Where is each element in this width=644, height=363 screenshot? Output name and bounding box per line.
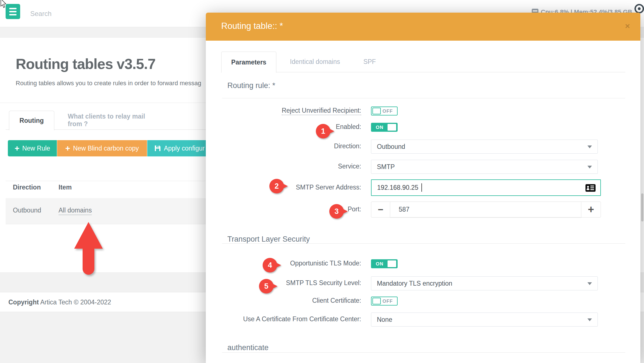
direction-label: Direction: — [223, 142, 361, 150]
search-input[interactable] — [30, 8, 143, 20]
annotation-arrow — [74, 222, 103, 275]
column-header-direction: Direction — [13, 184, 41, 191]
service-label: Service: — [223, 163, 361, 170]
new-rule-button[interactable]: + New Rule — [8, 140, 57, 156]
reject-unverified-label: Reject Unverified Recipient: — [223, 107, 361, 114]
toggle-knob — [387, 124, 396, 131]
table-row[interactable]: Outbound All domains — [6, 198, 206, 224]
cell-direction: Outbound — [13, 207, 41, 214]
text-cursor — [421, 183, 422, 192]
tab-identical-domains[interactable]: Identical domains — [287, 52, 343, 72]
modal-title: Routing table:: * — [221, 21, 283, 31]
smtp-server-input[interactable]: 192.168.90.25 — [371, 179, 601, 196]
opportunistic-tls-label: Opportunistic TLS Mode: — [223, 260, 361, 267]
section-divider — [222, 243, 625, 244]
close-icon[interactable]: × — [622, 21, 633, 31]
routing-table-modal: Routing table:: * × Parameters Identical… — [206, 13, 640, 363]
apply-configuration-button[interactable]: Apply configur — [147, 140, 212, 156]
tab-parameters[interactable]: Parameters — [221, 52, 276, 73]
address-card-icon[interactable] — [585, 184, 596, 192]
port-input[interactable]: 587 — [390, 202, 581, 217]
direction-select[interactable]: Outbound — [371, 140, 598, 154]
annotation-marker-4: 4 — [263, 258, 277, 272]
copyright-text: Copyright Artica Tech © 2004-2022 — [8, 299, 111, 306]
tls-level-select[interactable]: Mandatory TLS encryption — [371, 276, 598, 290]
chevron-down-icon — [587, 166, 592, 168]
chevron-down-icon — [587, 318, 592, 321]
enabled-label: Enabled: — [223, 123, 361, 131]
tab-spf[interactable]: SPF — [354, 52, 385, 72]
toggle-knob — [372, 298, 381, 304]
annotation-marker-5: 5 — [259, 279, 274, 293]
toggle-knob — [372, 108, 381, 114]
divider — [0, 103, 206, 103]
cert-center-label: Use A Certificate From Certificate Cente… — [223, 315, 361, 323]
smtp-server-label: SMTP Server Address: — [223, 184, 361, 191]
hamburger-icon — [9, 8, 17, 9]
annotation-marker-1: 1 — [316, 124, 330, 138]
section-tls: Transport Layer Security — [227, 235, 310, 244]
eye-icon[interactable] — [634, 4, 644, 13]
mouse-pointer-icon — [0, 0, 7, 8]
modal-tabs-divider — [221, 72, 625, 72]
reject-unverified-toggle[interactable]: OFF — [371, 107, 398, 115]
service-select[interactable]: SMTP — [371, 160, 598, 174]
section-divider — [222, 352, 625, 353]
tls-level-label: SMTP TLS Security Level: — [223, 279, 361, 287]
plus-icon: + — [15, 144, 20, 152]
decrement-button[interactable]: − — [371, 202, 390, 217]
application-window: Cpu:6.8% | Mem:52.4%/3.85 GB Copyright A… — [0, 0, 644, 363]
cell-item-link[interactable]: All domains — [59, 207, 92, 215]
annotation-marker-3: 3 — [329, 204, 344, 219]
table-top-border — [6, 181, 206, 181]
section-authenticate: authenticate — [227, 343, 269, 352]
hamburger-menu-button[interactable] — [6, 4, 20, 19]
tab-what-clients[interactable]: What clients to relay mail from ? — [68, 111, 160, 130]
plus-icon: + — [65, 144, 70, 152]
vertical-scrollbar[interactable] — [641, 193, 643, 221]
cert-center-select[interactable]: None — [371, 313, 598, 327]
section-divider — [222, 98, 625, 98]
tab-routing[interactable]: Routing — [9, 111, 54, 130]
section-routing-rule: Routing rule: * — [227, 81, 275, 90]
save-icon — [154, 145, 161, 152]
annotation-marker-2: 2 — [269, 179, 284, 193]
new-blind-carbon-copy-button[interactable]: + New Blind carbon copy — [57, 140, 147, 156]
enabled-toggle[interactable]: ON — [371, 123, 398, 132]
page-title: Routing tables v3.5.7 — [16, 56, 155, 72]
modal-header: Routing table:: * × — [206, 13, 640, 41]
chevron-down-icon — [587, 145, 592, 148]
client-cert-toggle[interactable]: OFF — [371, 297, 398, 306]
chevron-down-icon — [587, 282, 592, 285]
client-cert-label: Client Certificate: — [223, 297, 361, 304]
column-header-item: Item — [59, 184, 72, 191]
port-stepper: − 587 + — [371, 202, 601, 218]
opportunistic-tls-toggle[interactable]: ON — [371, 259, 398, 268]
page-description: Routing tables allows you to create rule… — [16, 80, 212, 87]
toggle-knob — [387, 260, 396, 267]
increment-button[interactable]: + — [581, 202, 601, 217]
